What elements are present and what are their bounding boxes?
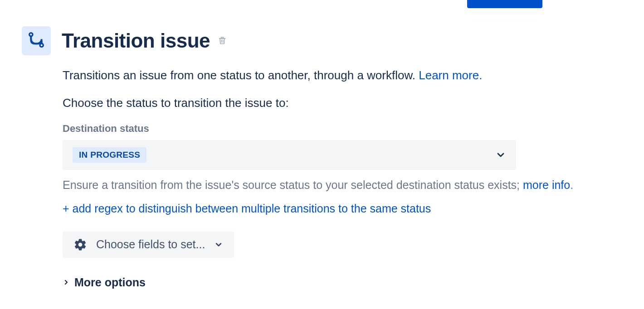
transition-route-icon <box>27 31 45 51</box>
status-lozenge: IN PROGRESS <box>73 147 146 163</box>
chevron-right-icon <box>63 279 70 286</box>
top-primary-button[interactable] <box>467 0 542 8</box>
gear-icon <box>73 238 87 251</box>
delete-button[interactable] <box>217 36 227 46</box>
page-title: Transition issue <box>62 29 210 52</box>
choose-fields-label: Choose fields to set... <box>96 238 205 251</box>
chevron-down-icon <box>214 240 223 249</box>
learn-more-link[interactable]: Learn more. <box>419 68 482 82</box>
more-options-label: More options <box>74 276 146 289</box>
destination-status-label: Destination status <box>63 123 622 135</box>
chevron-down-icon <box>495 150 506 160</box>
helper-period: . <box>570 179 573 191</box>
more-info-link[interactable]: more info <box>523 179 570 191</box>
transition-icon-box <box>22 26 51 55</box>
description-body: Transitions an issue from one status to … <box>63 68 419 82</box>
add-regex-link[interactable]: + add regex to distinguish between multi… <box>63 202 622 215</box>
trash-icon <box>218 36 227 46</box>
destination-helper-text: Ensure a transition from the issue's sou… <box>63 177 622 193</box>
instruction-text: Choose the status to transition the issu… <box>63 96 622 110</box>
destination-status-dropdown[interactable]: IN PROGRESS <box>63 140 516 170</box>
content-area: Transitions an issue from one status to … <box>22 68 622 289</box>
title-wrap: Transition issue <box>62 29 227 52</box>
header-row: Transition issue <box>22 26 622 55</box>
more-options-toggle[interactable]: More options <box>63 276 622 289</box>
choose-fields-dropdown[interactable]: Choose fields to set... <box>63 232 234 258</box>
description-text: Transitions an issue from one status to … <box>63 68 622 83</box>
helper-body: Ensure a transition from the issue's sou… <box>63 179 523 191</box>
main-container: Transition issue Transitions an issue fr… <box>0 0 644 289</box>
